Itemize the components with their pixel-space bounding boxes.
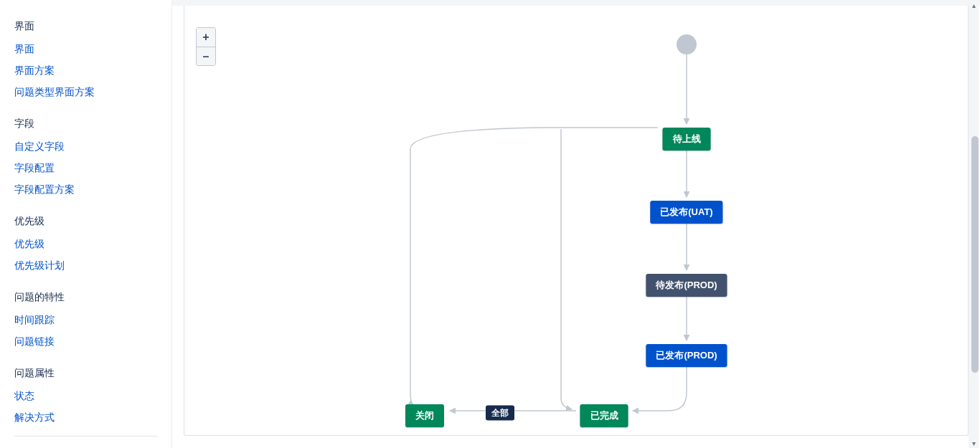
node-label: 待上线: [673, 133, 701, 144]
sidebar-item-statuses[interactable]: 状态: [14, 386, 171, 407]
sidebar-group: 问题的特性 时间跟踪 问题链接: [14, 288, 171, 353]
scroll-up-arrow[interactable]: ▴: [969, 0, 979, 10]
panel-top-edge: [172, 0, 980, 6]
status-node-pending-online[interactable]: 待上线: [663, 128, 711, 151]
sidebar-heading: 问题的特性: [14, 288, 171, 307]
page-scrollbar-thumb[interactable]: [971, 136, 979, 373]
sidebar-heading: 字段: [14, 115, 171, 133]
workflow-canvas[interactable]: + –: [184, 6, 969, 436]
sidebar-group: 优先级 优先级 优先级计划: [14, 212, 171, 277]
sidebar-item-issue-security[interactable]: 问题安全方案: [14, 444, 171, 448]
workflow-start-node[interactable]: [677, 34, 697, 54]
node-label: 已发布(UAT): [660, 206, 712, 217]
sidebar-group: 问题属性 状态 解决方式: [14, 364, 171, 429]
sidebar-item-field-config-schemes[interactable]: 字段配置方案: [14, 179, 171, 201]
status-node-released-prod[interactable]: 已发布(PROD): [646, 344, 727, 367]
sidebar-item-priorities[interactable]: 优先级: [14, 234, 171, 255]
sidebar-item-resolutions[interactable]: 解决方式: [14, 407, 171, 429]
sidebar-heading: 界面: [14, 17, 171, 36]
status-node-completed[interactable]: 已完成: [580, 404, 628, 427]
sidebar-group: 界面 界面 界面方案 问题类型界面方案: [14, 17, 171, 103]
sidebar-heading: 问题属性: [14, 364, 171, 383]
transition-text: 全部: [491, 408, 509, 418]
node-label: 待发布(PROD): [656, 280, 717, 290]
sidebar-item-custom-fields[interactable]: 自定义字段: [14, 136, 171, 158]
sidebar-item-issue-type-screen-schemes[interactable]: 问题类型界面方案: [14, 82, 171, 103]
node-label: 关闭: [415, 410, 434, 421]
status-node-released-uat[interactable]: 已发布(UAT): [650, 201, 722, 224]
transition-label-all[interactable]: 全部: [486, 406, 514, 421]
zoom-in-button[interactable]: +: [197, 28, 215, 47]
workflow-editor: + –: [172, 0, 980, 448]
zoom-out-button[interactable]: –: [197, 47, 215, 65]
workflow-edges: [184, 6, 968, 435]
admin-sidebar: 界面 界面 界面方案 问题类型界面方案 字段 自定义字段 字段配置 字段配置方案…: [0, 0, 172, 448]
sidebar-divider: [14, 436, 157, 437]
sidebar-item-time-tracking[interactable]: 时间跟踪: [14, 310, 171, 331]
sidebar-item-issue-links[interactable]: 问题链接: [14, 331, 171, 353]
node-label: 已发布(PROD): [656, 350, 717, 361]
sidebar-item-screen-schemes[interactable]: 界面方案: [14, 60, 171, 82]
sidebar-heading: 优先级: [14, 212, 171, 231]
sidebar-item-priority-schemes[interactable]: 优先级计划: [14, 255, 171, 277]
scroll-down-arrow[interactable]: ▾: [969, 438, 979, 448]
sidebar-group: 字段 自定义字段 字段配置 字段配置方案: [14, 115, 171, 201]
zoom-controls: + –: [196, 27, 216, 66]
status-node-pending-release-prod[interactable]: 待发布(PROD): [646, 274, 727, 297]
sidebar-item-field-config[interactable]: 字段配置: [14, 158, 171, 179]
workflow-diagram: 待上线 已发布(UAT) 待发布(PROD) 已发布(PROD) 已完成 关闭: [184, 6, 968, 435]
status-node-closed[interactable]: 关闭: [405, 404, 444, 427]
sidebar-item-screens[interactable]: 界面: [14, 39, 171, 60]
node-label: 已完成: [590, 410, 618, 421]
